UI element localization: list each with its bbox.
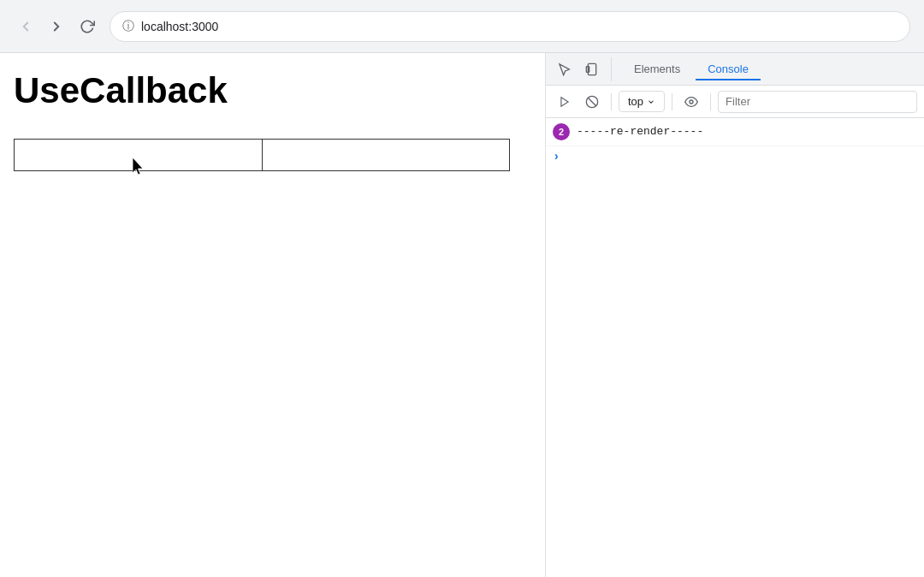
- message-count-badge: 2: [553, 123, 570, 140]
- console-expandable-row[interactable]: ›: [546, 146, 924, 167]
- devtools-tabs-bar: Elements Console: [546, 53, 924, 86]
- svg-line-4: [588, 98, 595, 105]
- info-icon: ⓘ: [122, 19, 134, 34]
- context-label: top: [628, 95, 643, 108]
- input-field-1[interactable]: [14, 139, 262, 171]
- tab-elements[interactable]: Elements: [622, 57, 692, 80]
- svg-marker-2: [561, 97, 568, 106]
- toolbar-divider-3: [710, 93, 711, 110]
- nav-buttons: [14, 15, 99, 39]
- address-bar[interactable]: ⓘ localhost:3000: [110, 11, 910, 42]
- console-toolbar: top: [546, 86, 924, 118]
- reload-button[interactable]: [75, 15, 99, 39]
- page-content: UseCallback: [0, 53, 546, 577]
- main-area: UseCallback: [0, 53, 924, 577]
- input-field-2[interactable]: [262, 139, 510, 171]
- browser-chrome: ⓘ localhost:3000: [0, 0, 924, 53]
- console-messages: 2 -----re-render----- ›: [546, 118, 924, 577]
- toolbar-divider-2: [672, 93, 672, 110]
- toolbar-divider: [611, 93, 612, 110]
- device-toolbar-button[interactable]: [580, 57, 604, 81]
- dropdown-arrow-icon: [647, 98, 655, 106]
- svg-point-5: [690, 100, 693, 104]
- eye-icon-button[interactable]: [679, 90, 703, 114]
- run-snippet-button[interactable]: [553, 90, 577, 114]
- devtools-panel: Elements Console top: [546, 53, 924, 577]
- console-message-1: 2 -----re-render-----: [546, 118, 924, 146]
- url-display: localhost:3000: [141, 20, 897, 33]
- context-dropdown[interactable]: top: [619, 91, 665, 112]
- page-title: UseCallback: [14, 70, 531, 111]
- clear-console-button[interactable]: [580, 90, 604, 114]
- inspect-element-button[interactable]: [553, 57, 577, 81]
- forward-button[interactable]: [44, 15, 68, 39]
- expand-arrow-icon: ›: [553, 150, 560, 164]
- tab-console[interactable]: Console: [696, 57, 761, 80]
- devtools-icon-group: [553, 57, 612, 81]
- message-text: -----re-render-----: [577, 123, 703, 140]
- input-row: [14, 139, 531, 171]
- back-button[interactable]: [14, 15, 38, 39]
- filter-input[interactable]: [718, 91, 917, 113]
